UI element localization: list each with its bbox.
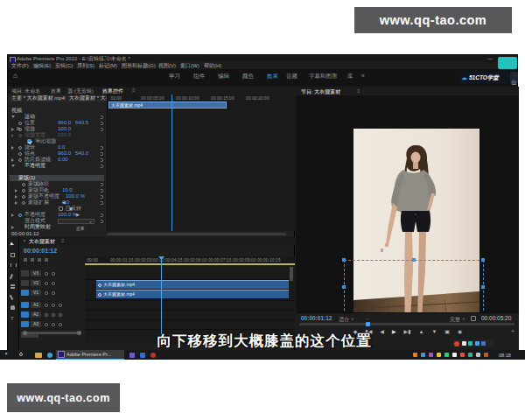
snap-icon[interactable]: [24, 258, 27, 262]
workspace-tab-captions[interactable]: 字幕和图形: [309, 73, 338, 80]
comparison-view-icon[interactable]: ◉: [458, 328, 462, 337]
menu-markers[interactable]: 标记(M): [99, 62, 117, 69]
mask-handle-tr[interactable]: [481, 258, 485, 262]
taskbar-app-icon-blue[interactable]: [140, 353, 145, 358]
ec-row-rotation[interactable]: 旋转 0.0: [8, 144, 106, 150]
ec-row-position[interactable]: 位置 960.0 640.5: [8, 120, 106, 126]
track-label[interactable]: A3: [31, 321, 41, 327]
reset-icon[interactable]: [100, 189, 103, 192]
ec-row-mask-opacity[interactable]: 蒙版不透明度 100.0 %: [8, 193, 106, 200]
menu-clip[interactable]: 剪辑(C): [55, 62, 73, 69]
timeline-settings-icon[interactable]: [45, 258, 48, 262]
panel-menu-icon[interactable]: ≡: [61, 238, 65, 243]
tray-icon[interactable]: [421, 353, 425, 357]
tray-icon[interactable]: [444, 353, 449, 357]
tray-icon[interactable]: [460, 353, 465, 357]
settings-wrench-icon[interactable]: [471, 316, 476, 321]
clip-v2[interactable]: 大衣腿素材.mp4: [96, 280, 289, 289]
pen-tool[interactable]: [10, 295, 13, 300]
tray-icon[interactable]: [468, 353, 472, 357]
ec-row-mask-expansion[interactable]: 蒙版扩展 0.0: [8, 200, 106, 206]
source-patch-active[interactable]: [21, 321, 29, 327]
reset-icon[interactable]: [100, 214, 103, 217]
mute-track-icon[interactable]: [45, 313, 48, 317]
extract-icon[interactable]: ▼: [431, 328, 437, 337]
capture-region-icon[interactable]: [475, 341, 480, 346]
add-button[interactable]: +: [511, 328, 514, 334]
mask-handle-ml[interactable]: [342, 285, 346, 289]
tab-close-icon[interactable]: ×: [23, 238, 26, 243]
reset-icon[interactable]: [100, 146, 103, 150]
source-patch[interactable]: [21, 280, 29, 286]
source-patch-active[interactable]: [21, 290, 29, 296]
ec-effect-opacity[interactable]: fx 不透明度: [8, 163, 106, 169]
file-explorer-icon[interactable]: [35, 353, 42, 358]
ec-clip-bar[interactable]: 大衣腿素材.mp4: [108, 102, 227, 108]
minimize-button[interactable]: —: [487, 55, 493, 62]
taskbar-app-premiere[interactable]: Adobe Premiere Pr...: [56, 350, 124, 360]
toggle-track-output-icon[interactable]: [45, 291, 48, 295]
menu-sequence[interactable]: 序列(S): [77, 62, 94, 69]
tray-icon[interactable]: [413, 353, 417, 357]
mic-icon[interactable]: [59, 313, 62, 317]
ec-timecode[interactable]: 00:00:01:12: [11, 231, 39, 236]
ec-row-mask-path[interactable]: 蒙版路径 ◀ ◆ ▶: [8, 181, 106, 187]
track-label[interactable]: A1: [31, 302, 41, 308]
reset-icon[interactable]: [100, 164, 103, 168]
taskbar-app-icon-purple[interactable]: [130, 353, 135, 358]
ec-row-mask-feather[interactable]: 蒙版羽化 10.0: [8, 187, 106, 193]
home-icon[interactable]: ⌂: [13, 72, 18, 80]
ec-row-inverted[interactable]: 已反转: [8, 206, 106, 212]
tray-icon[interactable]: [476, 353, 480, 357]
clip-v1[interactable]: 大衣腿素材.mp4: [96, 290, 289, 298]
tray-icon[interactable]: [484, 353, 488, 357]
selection-tool[interactable]: [10, 242, 14, 246]
menu-graphics[interactable]: 图形和标题(G): [122, 62, 156, 69]
menu-window[interactable]: 窗口(W): [180, 62, 200, 69]
ec-row-antiflicker[interactable]: 防闪烁滤镜 0.00: [8, 157, 106, 163]
timeline-vscrollbar[interactable]: [290, 267, 293, 281]
title-bar[interactable]: Adobe Premiere Pro 2022 - E:\剪辑练习\未命名 * …: [8, 55, 517, 62]
ec-scrollbar[interactable]: [107, 233, 286, 235]
tray-icon[interactable]: [429, 353, 433, 357]
source-patch-active[interactable]: [21, 312, 29, 318]
track-label[interactable]: V3: [31, 270, 41, 276]
timeline-hscrollbar[interactable]: [24, 332, 79, 334]
workspace-overflow-icon[interactable]: »: [361, 73, 365, 79]
program-timecode[interactable]: 00:00:01:12: [301, 315, 332, 321]
toggle-track-output-icon[interactable]: [45, 272, 48, 276]
workspace-tab-audio[interactable]: 音频: [286, 73, 298, 80]
slip-tool[interactable]: [10, 284, 15, 286]
solo-track-icon[interactable]: [52, 313, 55, 317]
toggle-track-lock-icon[interactable]: [52, 282, 55, 285]
capture-logo-icon[interactable]: [454, 341, 459, 346]
menu-file[interactable]: 文件(F): [11, 62, 29, 69]
tray-icon[interactable]: [437, 353, 441, 357]
ec-row-scale[interactable]: 缩放 100.0: [8, 126, 106, 132]
scroll-handle-left[interactable]: [23, 331, 27, 335]
ec-row-opacity[interactable]: 不透明度 100.0 %: [8, 212, 106, 218]
ec-effect-time-remap[interactable]: fx 时间重映射: [8, 224, 106, 230]
scissors-icon[interactable]: [468, 341, 472, 346]
reset-icon[interactable]: [100, 152, 103, 156]
mask-handle-mr[interactable]: [481, 285, 485, 289]
mic-icon[interactable]: [59, 323, 62, 326]
blend-mode-dropdown[interactable]: 正常 ∨: [58, 219, 94, 224]
workspace-tab-color[interactable]: 颜色: [242, 73, 254, 80]
ec-effect-motion[interactable]: fx 运动: [8, 114, 106, 120]
taskbar-search-icon[interactable]: [19, 353, 23, 356]
reset-icon[interactable]: [100, 128, 103, 131]
program-scrubber[interactable]: [299, 323, 514, 326]
toggle-track-lock-icon[interactable]: [52, 272, 55, 276]
mute-track-icon[interactable]: [45, 323, 48, 326]
reset-icon[interactable]: [100, 220, 103, 223]
mute-track-icon[interactable]: [45, 304, 48, 307]
inverted-checkbox[interactable]: [59, 206, 63, 211]
ripple-edit-tool[interactable]: [10, 263, 17, 267]
capture-tool-icon[interactable]: [462, 341, 466, 346]
workspace-tab-learning[interactable]: 学习: [169, 73, 180, 80]
timeline-tab[interactable]: 大衣腿素材: [29, 238, 55, 246]
start-button-icon[interactable]: [5, 353, 10, 357]
toggle-track-output-icon[interactable]: [45, 282, 48, 285]
track-select-tool[interactable]: [10, 253, 15, 257]
